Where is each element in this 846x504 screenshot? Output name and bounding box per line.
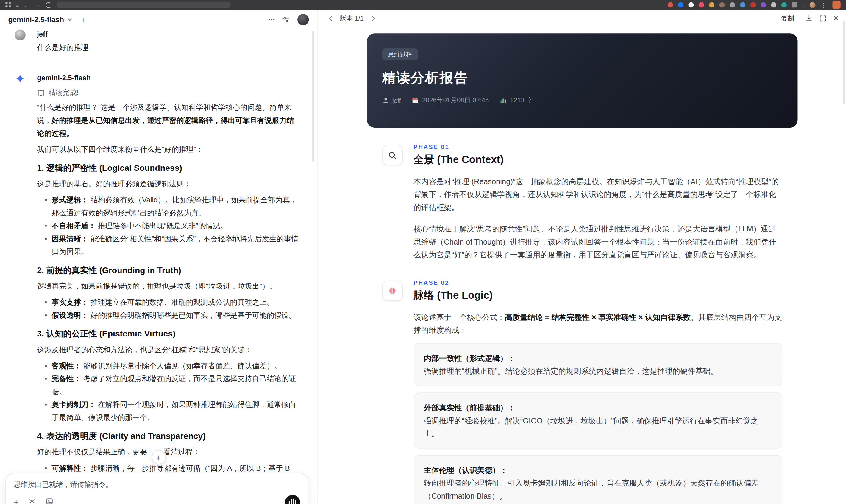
chevron-right-icon — [370, 16, 376, 21]
paragraph: 核心情境在于解决“思考的随意性”问题。不论是人类通过批判性思维进行决策，还是大语… — [413, 222, 782, 261]
back-icon[interactable]: ← — [24, 0, 30, 10]
list-item: 形式逻辑：结构必须有效（Valid）。比如演绎推理中，如果前提全部为真，那么通过… — [52, 194, 300, 220]
extension-icon[interactable] — [688, 2, 693, 7]
bar-chart-icon — [500, 97, 507, 104]
extension-icon[interactable] — [760, 2, 765, 7]
author-meta: jeff — [382, 97, 401, 104]
download-button[interactable] — [804, 13, 814, 23]
message-text: 什么是好的推理 — [37, 41, 300, 54]
account-avatar[interactable] — [297, 14, 309, 25]
date-meta: 2026年01月08日 02:45 — [412, 96, 489, 105]
copy-button[interactable]: 复制 — [781, 14, 794, 23]
paragraph: 好的推理不仅仅是结果正确，更要看清过程： — [37, 446, 300, 459]
extensions-puzzle-icon[interactable] — [791, 2, 797, 7]
new-chat-button[interactable]: + — [82, 16, 86, 23]
phase-title: 脉络 (The Logic) — [413, 289, 782, 302]
chat-message-list[interactable]: jeff 什么是好的推理 gemini-2.5-flash 精读完成! “什么是… — [0, 29, 317, 504]
more-icon — [267, 16, 275, 23]
reading-status: 精读完成! — [37, 88, 300, 97]
list-item: 不自相矛盾：推理链条中不能出现“既是又非”的情况。 — [52, 220, 300, 232]
apps-grid-icon[interactable] — [5, 2, 11, 7]
person-icon — [382, 97, 389, 104]
extension-icon[interactable] — [781, 2, 787, 7]
report-badge: 思维过程 — [382, 49, 418, 60]
phase-section-logic: PHASE 02 脉络 (The Logic) 该论述基于一个核心公式：高质量结… — [367, 280, 797, 504]
expand-button[interactable] — [818, 13, 828, 23]
extension-icon[interactable] — [678, 2, 683, 7]
text-run: 看清过程： — [163, 448, 200, 456]
plugin-button[interactable] — [29, 498, 36, 504]
address-bar[interactable] — [56, 1, 230, 8]
extension-icon[interactable] — [719, 2, 725, 7]
next-version-button[interactable] — [368, 13, 378, 23]
paragraph: 该论述基于一个核心公式：高质量结论 = 结构完整性 × 事实准确性 × 认知自律… — [413, 311, 782, 337]
chat-scrollbar[interactable] — [312, 31, 314, 162]
image-upload-button[interactable] — [46, 498, 54, 504]
forward-icon[interactable]: → — [35, 0, 41, 10]
browser-menu-icon[interactable]: ⋮ — [821, 0, 826, 10]
download-icon — [805, 15, 813, 22]
close-button[interactable]: × — [833, 14, 838, 23]
extension-icon[interactable] — [667, 2, 673, 7]
sidebar-toggle-icon[interactable] — [832, 1, 840, 8]
model-selector[interactable]: gemini-2.5-flash — [8, 16, 73, 23]
phase-label: PHASE 02 — [413, 280, 782, 287]
report-hero: 思维过程 精读分析报告 jeff 2026年01月08日 02:45 1213 … — [367, 33, 797, 128]
menu-icon[interactable]: ≡ — [16, 0, 19, 10]
gemini-sparkle-icon — [15, 73, 25, 84]
user-message: jeff 什么是好的推理 — [15, 29, 300, 54]
card-title: 主体伦理（认识美德）： — [424, 464, 772, 476]
chat-panel: gemini-2.5-flash + jeff 什么是好的推理 — [0, 10, 317, 504]
status-text: 精读完成! — [49, 88, 79, 97]
report-title: 精读分析报告 — [382, 69, 782, 87]
extension-icon[interactable] — [750, 2, 756, 7]
bullet-list: 形式逻辑：结构必须有效（Valid）。比如演绎推理中，如果前提全部为真，那么通过… — [37, 194, 300, 258]
list-item: 奥卡姆剃刀：在解释同一个现象时，如果两种推理都能站得住脚，通常倾向于最简单、假设… — [52, 398, 300, 424]
list-item: 因果清晰：能准确区分“相关性”和“因果关系”，不会轻率地将先后发生的事情归为因果… — [52, 233, 300, 258]
artifact-scrollbar[interactable] — [843, 20, 845, 104]
plugin-icon — [29, 498, 36, 504]
assistant-markdown: “什么是好的推理？”这是一个涉及逻辑学、认知科学和哲学核心的问题。简单来说，好的… — [37, 101, 300, 475]
card-body: 强调推理的“机械正确”。结论必须在给定的规则系统内逻辑自洽，这是推理的硬件基础。 — [424, 366, 718, 375]
chat-header: gemini-2.5-flash + — [0, 10, 317, 29]
settings-button[interactable] — [280, 14, 291, 25]
extension-icon[interactable] — [698, 2, 704, 7]
browser-profile-avatar[interactable] — [810, 2, 816, 8]
message-author: jeff — [37, 29, 300, 40]
book-icon — [37, 89, 45, 97]
extension-icon[interactable] — [771, 2, 776, 7]
list-item: 完备性：考虑了对立的观点和潜在的反证，而不是只选择支持自己结论的证据。 — [52, 373, 300, 398]
magnifier-icon — [382, 145, 403, 165]
message-author: gemini-2.5-flash — [37, 73, 300, 83]
voice-input-button[interactable] — [285, 495, 300, 504]
add-attachment-button[interactable]: + — [14, 498, 19, 504]
chevron-left-icon — [328, 16, 333, 21]
brain-icon — [382, 281, 403, 301]
paragraph: “什么是好的推理？”这是一个涉及逻辑学、认知科学和哲学核心的问题。简单来说，好的… — [37, 101, 300, 140]
version-label: 版本 1/1 — [340, 14, 364, 23]
list-item: 假设透明：好的推理会明确指明哪些是已知事实，哪些是基于可能的假设。 — [52, 309, 300, 322]
extension-icon[interactable] — [729, 2, 735, 7]
arrow-down-icon: ↓ — [157, 453, 160, 461]
phase-title: 全景 (The Context) — [413, 154, 782, 166]
extension-icon[interactable] — [740, 2, 745, 7]
waveform-icon — [289, 500, 290, 504]
card-body: 转向推理者的心理特征。引入奥卡姆剃刀和反向论证，旨在克服人类（或机器）天然存在的… — [424, 479, 759, 500]
app-window: ≡ ← → ↓ ⋮ gemini-2.5-flash + — [0, 0, 846, 504]
user-avatar — [15, 30, 25, 40]
prev-version-button[interactable] — [326, 13, 335, 23]
card-title: 内部一致性（形式逻辑）： — [424, 352, 772, 364]
tune-icon — [281, 16, 289, 23]
calendar-icon — [412, 97, 419, 104]
more-button[interactable] — [266, 14, 277, 25]
list-item: 客观性：能够识别并尽量排除个人偏见（如幸存者偏差、确认偏差）。 — [52, 360, 300, 373]
bold-run: 好的推理是从已知信息出发，通过严密的逻辑路径，得出可靠且有说服力结论的过程。 — [37, 116, 294, 138]
word-count-meta: 1213 字 — [500, 96, 533, 105]
message-input[interactable]: 思维接口已就绪，请传输指令。 — [14, 480, 300, 490]
extension-icon[interactable] — [709, 2, 714, 7]
bullet-list: 客观性：能够识别并尽量排除个人偏见（如幸存者偏差、确认偏差）。 完备性：考虑了对… — [37, 360, 300, 424]
reload-icon[interactable] — [46, 2, 52, 8]
text-run: 好的推理不仅仅是结果正确，更要 — [37, 448, 147, 456]
downloads-icon[interactable]: ↓ — [801, 0, 805, 10]
scroll-to-bottom-button[interactable]: ↓ — [152, 450, 165, 464]
